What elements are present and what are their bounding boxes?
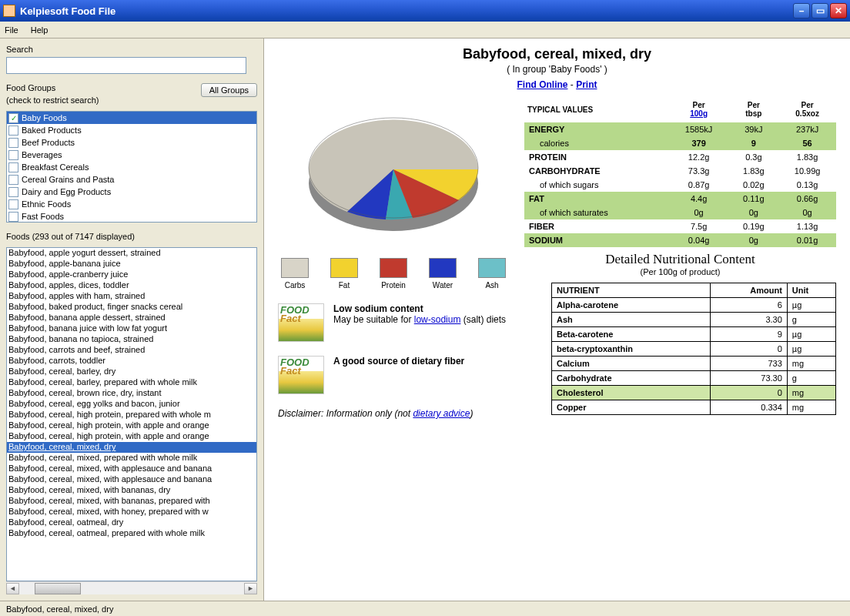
detailed-nutrient-table: NUTRIENTAmountUnit Alpha-carotene6µgAsh3… — [551, 283, 836, 415]
menubar: File Help — [0, 22, 850, 38]
dietary-advice-link[interactable]: dietary advice — [413, 408, 470, 419]
food-item[interactable]: Babyfood, cereal, oatmeal, prepared with… — [7, 528, 256, 539]
food-title: Babyfood, cereal, mixed, dry — [278, 46, 836, 62]
food-item[interactable]: Babyfood, cereal, high protein, with app… — [7, 431, 256, 442]
food-item[interactable]: Babyfood, cereal, mixed, dry — [7, 442, 256, 453]
food-item[interactable]: Babyfood, apple yogurt dessert, strained — [7, 248, 256, 259]
group-item[interactable]: Cereal Grains and Pasta — [7, 173, 256, 186]
food-item[interactable]: Babyfood, cereal, oatmeal, dry — [7, 517, 256, 528]
dnc-heading: Detailed Nutritional Content — [524, 252, 836, 267]
food-fact-icon: FOODFact — [278, 356, 324, 394]
food-item[interactable]: Babyfood, cereal, mixed, prepared with w… — [7, 453, 256, 464]
food-item[interactable]: Babyfood, banana apple dessert, strained — [7, 313, 256, 323]
disclaimer: Disclaimer: Information only (not dietar… — [278, 408, 509, 419]
search-label: Search — [6, 45, 257, 54]
food-item[interactable]: Babyfood, cereal, mixed, with bananas, p… — [7, 496, 256, 507]
composition-pie-chart — [289, 96, 497, 250]
group-checkbox[interactable] — [8, 162, 18, 172]
nutrient-row: Carbohydrate73.30g — [552, 371, 836, 386]
group-item[interactable]: Fast Foods — [7, 210, 256, 223]
scroll-thumb[interactable] — [35, 583, 81, 594]
group-checkbox[interactable] — [8, 138, 18, 148]
search-input[interactable] — [6, 57, 246, 74]
food-item[interactable]: Babyfood, cereal, mixed, with applesauce… — [7, 464, 256, 474]
chart-legend: Carbs Fat Protein Water Ash — [278, 258, 509, 290]
dnc-sub: (Per 100g of product) — [524, 267, 836, 276]
group-checkbox[interactable] — [8, 150, 18, 160]
nutrient-row: Ash3.30g — [552, 313, 836, 327]
food-item[interactable]: Babyfood, banana no tapioca, strained — [7, 334, 256, 345]
group-item[interactable]: ✓Baby Foods — [7, 112, 256, 124]
food-fact-icon: FOODFact — [278, 303, 324, 342]
food-item[interactable]: Babyfood, carrots and beef, strained — [7, 345, 256, 356]
food-item[interactable]: Babyfood, cereal, barley, dry — [7, 367, 256, 377]
minimize-button[interactable]: – — [793, 3, 810, 18]
food-item[interactable]: Babyfood, banana juice with low fat yogu… — [7, 323, 256, 334]
group-checkbox[interactable] — [8, 187, 18, 197]
group-checkbox[interactable] — [8, 175, 18, 185]
all-groups-button[interactable]: All Groups — [201, 83, 257, 97]
fact2-head: A good source of dietary fiber — [333, 356, 464, 367]
food-item[interactable]: Babyfood, apple-cranberry juice — [7, 270, 256, 280]
fact1-head: Low sodium content — [333, 303, 506, 314]
food-item[interactable]: Babyfood, cereal, high protein, with app… — [7, 420, 256, 431]
nutrient-row: Copper0.334mg — [552, 400, 836, 415]
food-item[interactable]: Babyfood, cereal, mixed, with honey, pre… — [7, 507, 256, 517]
menu-file[interactable]: File — [5, 25, 18, 35]
window-title: Kelpiesoft Food File — [20, 5, 115, 17]
food-item[interactable]: Babyfood, apple-banana juice — [7, 259, 256, 270]
food-item[interactable]: Babyfood, apples, dices, toddler — [7, 280, 256, 291]
food-groups-list[interactable]: ✓Baby FoodsBaked ProductsBeef ProductsBe… — [6, 111, 257, 223]
group-checkbox[interactable]: ✓ — [8, 113, 18, 123]
maximize-button[interactable]: ▭ — [812, 3, 828, 18]
group-item[interactable]: Ethnic Foods — [7, 198, 256, 210]
food-item[interactable]: Babyfood, cereal, brown rice, dry, insta… — [7, 388, 256, 399]
app-icon — [3, 5, 15, 17]
print-link[interactable]: Print — [576, 79, 597, 90]
find-online-link[interactable]: Find Online — [517, 79, 567, 90]
close-button[interactable]: ✕ — [830, 3, 847, 18]
food-item[interactable]: Babyfood, carrots, toddler — [7, 356, 256, 367]
nutrient-row: Alpha-carotene6µg — [552, 298, 836, 313]
group-checkbox[interactable] — [8, 126, 18, 136]
scroll-right-icon[interactable]: ► — [244, 583, 257, 594]
group-item[interactable]: Beef Products — [7, 136, 256, 149]
food-item[interactable]: Babyfood, cereal, high protein, prepared… — [7, 410, 256, 420]
status-text: Babyfood, cereal, mixed, dry — [6, 604, 113, 614]
foods-count-label: Foods (293 out of 7147 displayed) — [6, 232, 257, 241]
fact1-body: May be suitable for low-sodium (salt) di… — [333, 314, 506, 325]
food-item[interactable]: Babyfood, baked product, finger snacks c… — [7, 302, 256, 313]
food-item[interactable]: Babyfood, cereal, mixed, with bananas, d… — [7, 485, 256, 496]
foods-list[interactable]: Babyfood, apple yogurt dessert, strained… — [6, 247, 257, 581]
statusbar: Babyfood, cereal, mixed, dry — [0, 601, 850, 616]
nutrient-row: Cholesterol0mg — [552, 386, 836, 400]
foods-hscroll[interactable]: ◄ ► — [6, 581, 257, 594]
nutrient-row: beta-cryptoxanthin0µg — [552, 342, 836, 357]
typical-values-table: TYPICAL VALUES Per100g Pertbsp Per0.5xoz… — [524, 96, 836, 247]
food-item[interactable]: Babyfood, apples with ham, strained — [7, 291, 256, 302]
groups-label: Food Groups — [6, 83, 99, 92]
group-checkbox[interactable] — [8, 212, 18, 222]
food-item[interactable]: Babyfood, cereal, mixed, with applesauce… — [7, 474, 256, 485]
left-panel: Search Food Groups (check to restrict se… — [0, 38, 263, 601]
low-sodium-link[interactable]: low-sodium — [414, 314, 461, 325]
group-checkbox[interactable] — [8, 199, 18, 209]
group-item[interactable]: Breakfast Cereals — [7, 161, 256, 173]
titlebar: Kelpiesoft Food File – ▭ ✕ — [0, 0, 850, 22]
nutrient-row: Calcium733mg — [552, 357, 836, 371]
groups-hint: (check to restrict search) — [6, 95, 99, 105]
group-item[interactable]: Beverages — [7, 149, 256, 161]
nutrient-row: Beta-carotene9µg — [552, 327, 836, 342]
group-item[interactable]: Dairy and Egg Products — [7, 186, 256, 198]
menu-help[interactable]: Help — [31, 25, 49, 35]
food-item[interactable]: Babyfood, cereal, barley, prepared with … — [7, 377, 256, 388]
scroll-left-icon[interactable]: ◄ — [6, 583, 19, 594]
per-100g-link[interactable]: 100g — [690, 109, 708, 118]
food-item[interactable]: Babyfood, cereal, egg yolks and bacon, j… — [7, 399, 256, 410]
group-item[interactable]: Baked Products — [7, 124, 256, 136]
food-group: ( In group 'Baby Foods' ) — [278, 64, 836, 75]
detail-panel: Babyfood, cereal, mixed, dry ( In group … — [263, 38, 850, 601]
